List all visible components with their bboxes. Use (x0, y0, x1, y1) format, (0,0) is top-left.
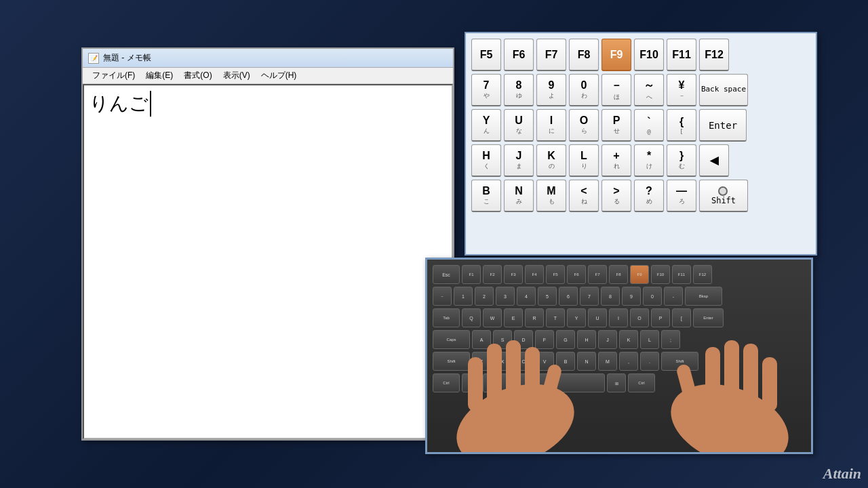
phys-key-q: Q (462, 308, 481, 327)
menu-view[interactable]: 表示(V) (219, 69, 254, 82)
phys-key-f11p: F11 (672, 265, 691, 284)
key-bracket-close[interactable]: }む (667, 144, 696, 177)
phys-key-4: 4 (517, 287, 536, 306)
phys-key-w: W (483, 308, 502, 327)
phys-key-1: 1 (454, 287, 473, 306)
phys-key-dot: . (640, 352, 659, 371)
key-question[interactable]: ?め (634, 180, 664, 212)
phys-key-l: L (640, 330, 659, 349)
key-f12[interactable]: F12 (699, 39, 729, 71)
key-7[interactable]: 7や (471, 74, 501, 106)
phys-key-f: F (535, 330, 554, 349)
notepad-text: りんご (90, 91, 151, 117)
phys-key-c: C (514, 352, 533, 371)
phys-key-d: D (514, 330, 533, 349)
key-backspace[interactable]: Back space (699, 74, 748, 106)
key-enter[interactable]: Enter (699, 109, 747, 142)
phys-key-x: X (493, 352, 512, 371)
menu-file[interactable]: ファイル(F) (88, 69, 139, 82)
phys-key-win: ⊞ (462, 373, 481, 392)
yuiop-row: Yん Uな Iに Oら Pせ `@ {[ Enter (471, 109, 810, 142)
key-f9[interactable]: F9 (601, 39, 631, 71)
key-l[interactable]: Lり (569, 144, 599, 177)
phys-row-caps: Caps A S D F G H J K L ; (433, 330, 806, 349)
phys-key-z: Z (472, 352, 491, 371)
key-bracket-open[interactable]: {[ (667, 109, 696, 142)
key-8[interactable]: 8ゆ (504, 74, 534, 106)
phys-key-f3: F3 (504, 265, 523, 284)
key-left-arrow[interactable]: ◀ (699, 144, 729, 177)
key-i[interactable]: Iに (536, 109, 566, 142)
phys-key-k: K (619, 330, 638, 349)
phys-key-esc: Esc (433, 265, 460, 284)
phys-key-brk1: [ (672, 308, 691, 327)
keyboard-photo-inner: Esc F1 F2 F3 F4 F5 F6 F7 F8 F9 F10 F11 F… (427, 260, 811, 452)
key-f6[interactable]: F6 (504, 39, 534, 71)
phys-row-top: Esc F1 F2 F3 F4 F5 F6 F7 F8 F9 F10 F11 F… (433, 265, 806, 284)
key-f10[interactable]: F10 (634, 39, 664, 71)
phys-key-comma: , (619, 352, 638, 371)
notepad-title: 無題 - メモ帳 (103, 52, 151, 64)
key-p[interactable]: Pせ (601, 109, 631, 142)
key-j[interactable]: Jま (504, 144, 534, 177)
phys-key-ctrl-r: Ctrl (628, 373, 655, 392)
key-0[interactable]: 0わ (569, 74, 599, 106)
phys-row-numbers: ~ 1 2 3 4 5 6 7 8 9 0 - Bksp (433, 287, 806, 306)
backspace-label: Back space (701, 85, 746, 94)
phys-key-semi: ; (661, 330, 680, 349)
notepad-titlebar: 📝 無題 - メモ帳 (83, 49, 453, 68)
key-o[interactable]: Oら (569, 109, 599, 142)
key-9[interactable]: 9よ (536, 74, 566, 106)
key-asterisk[interactable]: *け (634, 144, 664, 177)
phys-key-y: Y (567, 308, 586, 327)
phys-key-shift-l: Shift (433, 352, 470, 371)
key-f8[interactable]: F8 (569, 39, 599, 71)
phys-key-f7p: F7 (588, 265, 607, 284)
phys-key-j: J (598, 330, 617, 349)
phys-key-tab: Tab (433, 308, 460, 327)
phys-key-t: T (546, 308, 565, 327)
phys-key-3: 3 (496, 287, 515, 306)
key-f11[interactable]: F11 (667, 39, 696, 71)
phys-key-m: M (598, 352, 617, 371)
key-yen[interactable]: ¥－ (667, 74, 696, 106)
notepad-icon: 📝 (88, 53, 99, 64)
virtual-keyboard-panel: F5 F6 F7 F8 F9 F10 F11 F12 7や 8ゆ 9よ 0わ －… (465, 32, 817, 256)
phys-key-9: 9 (622, 287, 641, 306)
fkey-row: F5 F6 F7 F8 F9 F10 F11 F12 (471, 39, 810, 71)
key-f7[interactable]: F7 (536, 39, 566, 71)
phys-key-minus: - (664, 287, 683, 306)
key-n[interactable]: Nみ (504, 180, 534, 212)
phys-key-f8p: F8 (609, 265, 628, 284)
phys-key-h: H (577, 330, 596, 349)
phys-key-tilde: ~ (433, 287, 452, 306)
key-u[interactable]: Uな (504, 109, 534, 142)
phys-key-n: N (577, 352, 596, 371)
key-shift[interactable]: Shift (699, 180, 748, 212)
key-dash[interactable]: —ろ (667, 180, 696, 212)
key-m[interactable]: Mも (536, 180, 566, 212)
key-plus[interactable]: +れ (601, 144, 631, 177)
notepad-content[interactable]: りんご (83, 84, 453, 439)
phys-key-e: E (504, 308, 523, 327)
menu-edit[interactable]: 編集(E) (142, 69, 177, 82)
phys-key-space (483, 373, 605, 392)
key-y[interactable]: Yん (471, 109, 501, 142)
key-b[interactable]: Bこ (471, 180, 501, 212)
menu-format[interactable]: 書式(O) (180, 69, 216, 82)
key-period[interactable]: >る (601, 180, 631, 212)
key-f5[interactable]: F5 (471, 39, 501, 71)
phys-key-0: 0 (643, 287, 662, 306)
key-tilde[interactable]: ～へ (634, 74, 664, 106)
key-minus[interactable]: －ほ (601, 74, 631, 106)
notepad-window: 📝 無題 - メモ帳 ファイル(F) 編集(E) 書式(O) 表示(V) ヘルプ… (81, 47, 454, 441)
key-h[interactable]: Hく (471, 144, 501, 177)
key-comma[interactable]: <ね (569, 180, 599, 212)
menu-help[interactable]: ヘルプ(H) (257, 69, 301, 82)
phys-key-o: O (630, 308, 649, 327)
phys-key-f9p: F9 (630, 265, 649, 284)
phys-key-shift-r: Shift (661, 352, 698, 371)
key-k[interactable]: Kの (536, 144, 566, 177)
key-at[interactable]: `@ (634, 109, 664, 142)
phys-key-g: G (556, 330, 575, 349)
